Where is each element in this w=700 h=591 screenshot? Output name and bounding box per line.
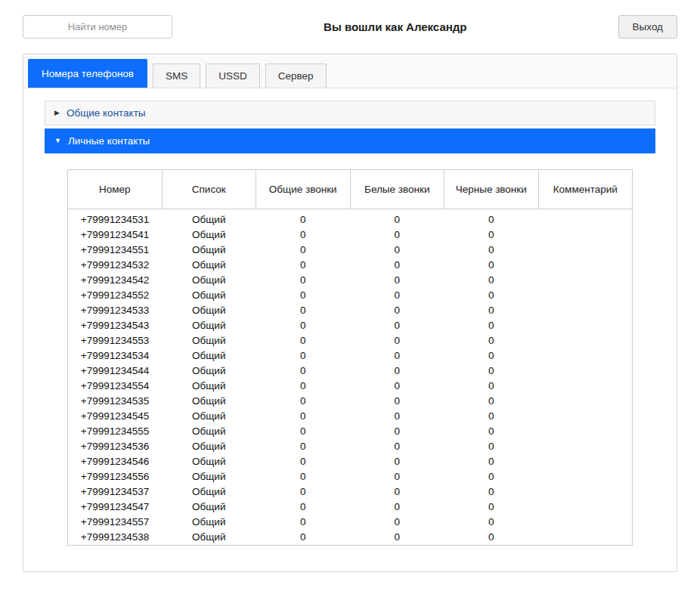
accordion-personal-contacts[interactable]: ▼ Личные контакты (45, 128, 655, 153)
cell-number: +79991234554 (68, 379, 163, 394)
search-input[interactable] (23, 15, 172, 39)
cell-comment (538, 469, 633, 484)
cell-number: +79991234557 (68, 515, 163, 530)
cell-black_calls: 0 (444, 530, 539, 546)
cell-comment (538, 227, 633, 243)
cell-comment (538, 484, 633, 500)
cell-number: +79991234534 (68, 348, 163, 364)
table-row: +79991234538Общий000 (68, 530, 633, 546)
cell-common_calls: 0 (256, 500, 351, 515)
cell-list: Общий (162, 333, 256, 348)
cell-black_calls: 0 (444, 227, 539, 243)
tab-phones[interactable]: Номера телефонов (28, 59, 147, 88)
table-row: +79991234556Общий000 (68, 469, 633, 484)
cell-list: Общий (162, 515, 256, 530)
cell-common_calls: 0 (256, 348, 351, 364)
cell-common_calls: 0 (256, 424, 351, 439)
cell-list: Общий (162, 409, 256, 424)
cell-white_calls: 0 (350, 273, 444, 288)
cell-common_calls: 0 (256, 530, 351, 546)
cell-number: +79991234545 (68, 409, 163, 424)
cell-number: +79991234535 (68, 394, 163, 409)
cell-list: Общий (162, 258, 256, 273)
cell-number: +79991234542 (68, 273, 163, 288)
cell-comment (538, 303, 633, 318)
cell-number: +79991234555 (68, 424, 163, 439)
cell-white_calls: 0 (350, 303, 444, 318)
cell-common_calls: 0 (256, 318, 351, 333)
table-row: +79991234542Общий000 (68, 273, 633, 288)
caret-right-icon: ▶ (54, 110, 60, 116)
cell-black_calls: 0 (444, 243, 539, 258)
logout-button[interactable]: Выход (618, 15, 677, 39)
cell-common_calls: 0 (256, 209, 351, 227)
cell-comment (538, 530, 633, 546)
cell-number: +79991234532 (68, 258, 163, 273)
tab-sms[interactable]: SMS (153, 63, 200, 88)
cell-list: Общий (162, 348, 256, 364)
table-row: +79991234547Общий000 (68, 500, 633, 515)
cell-black_calls: 0 (444, 394, 539, 409)
column-header-number: Номер (68, 170, 163, 209)
table-row: +79991234555Общий000 (68, 424, 633, 439)
cell-list: Общий (162, 243, 256, 258)
table-row: +79991234541Общий000 (68, 227, 633, 243)
cell-common_calls: 0 (256, 243, 351, 258)
cell-common_calls: 0 (256, 227, 351, 243)
page: Вы вошли как Александр Выход Номера теле… (0, 0, 700, 590)
table-wrap: НомерСписокОбщие звонкиБелые звонкиЧерны… (45, 156, 655, 552)
cell-comment (538, 500, 633, 515)
cell-list: Общий (162, 379, 256, 394)
cell-number: +79991234537 (68, 484, 163, 500)
cell-list: Общий (162, 364, 256, 379)
cell-white_calls: 0 (350, 243, 444, 258)
cell-number: +79991234531 (68, 209, 163, 227)
cell-black_calls: 0 (444, 258, 539, 273)
table-row: +79991234545Общий000 (68, 409, 633, 424)
table-row: +79991234532Общий000 (68, 258, 633, 273)
cell-black_calls: 0 (444, 348, 539, 364)
table-row: +79991234537Общий000 (68, 484, 633, 500)
tab-server[interactable]: Сервер (265, 63, 327, 88)
cell-white_calls: 0 (350, 318, 444, 333)
cell-number: +79991234544 (68, 364, 163, 379)
cell-comment (538, 258, 633, 273)
table-row: +79991234551Общий000 (68, 243, 633, 258)
cell-white_calls: 0 (350, 454, 444, 469)
table-row: +79991234553Общий000 (68, 333, 633, 348)
cell-list: Общий (162, 530, 256, 546)
cell-common_calls: 0 (256, 439, 351, 454)
column-header-list: Список (162, 170, 256, 209)
cell-white_calls: 0 (350, 258, 444, 273)
table-row: +79991234554Общий000 (68, 379, 633, 394)
cell-black_calls: 0 (444, 273, 539, 288)
cell-white_calls: 0 (350, 515, 444, 530)
table-row: +79991234531Общий000 (68, 209, 633, 227)
cell-comment (538, 454, 633, 469)
cell-black_calls: 0 (444, 500, 539, 515)
cell-comment (538, 288, 633, 303)
cell-comment (538, 379, 633, 394)
cell-comment (538, 273, 633, 288)
cell-comment (538, 243, 633, 258)
table-row: +79991234543Общий000 (68, 318, 633, 333)
cell-comment (538, 409, 633, 424)
cell-common_calls: 0 (256, 303, 351, 318)
cell-white_calls: 0 (350, 227, 444, 243)
cell-white_calls: 0 (350, 348, 444, 364)
cell-number: +79991234541 (68, 227, 163, 243)
cell-list: Общий (162, 288, 256, 303)
cell-list: Общий (162, 500, 256, 515)
contacts-table: НомерСписокОбщие звонкиБелые звонкиЧерны… (67, 169, 633, 546)
cell-list: Общий (162, 484, 256, 500)
cell-list: Общий (162, 209, 256, 227)
tab-ussd[interactable]: USSD (206, 63, 260, 88)
column-header-black_calls: Черные звонки (444, 170, 539, 209)
table-row: +79991234533Общий000 (68, 303, 633, 318)
accordion-general-contacts[interactable]: ▶ Общие контакты (45, 101, 655, 125)
table-row: +79991234544Общий000 (68, 364, 633, 379)
cell-number: +79991234551 (68, 243, 163, 258)
cell-comment (538, 364, 633, 379)
cell-common_calls: 0 (256, 409, 351, 424)
cell-common_calls: 0 (256, 288, 351, 303)
